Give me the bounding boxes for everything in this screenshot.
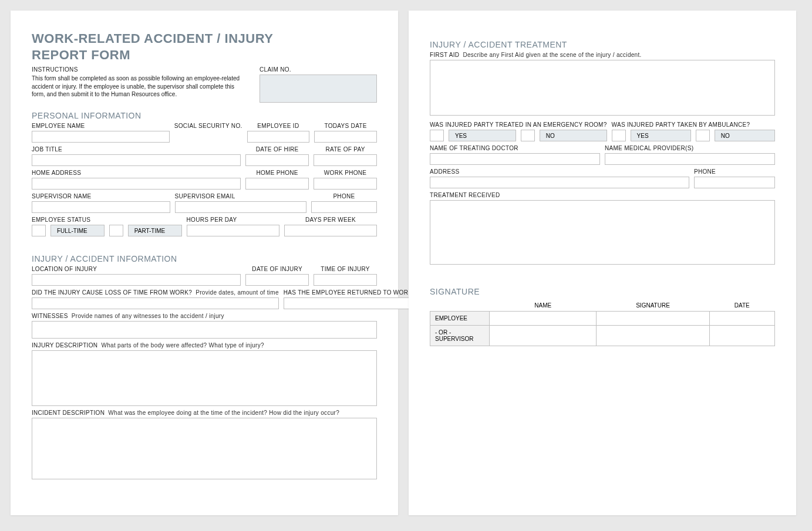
treatment-received-input[interactable] [430,200,775,265]
treatment-received-label: TREATMENT RECEIVED [430,192,775,198]
page-1: WORK-RELATED ACCIDENT / INJURYREPORT FOR… [11,11,398,515]
employee-id-input[interactable] [247,131,310,143]
first-aid-label: FIRST AID Describe any First Aid given a… [430,52,775,58]
rate-of-pay-input[interactable] [314,154,377,166]
employee-name-input[interactable] [32,131,170,143]
hours-per-day-input[interactable] [187,225,279,236]
form-title: WORK-RELATED ACCIDENT / INJURYREPORT FOR… [32,31,377,63]
instructions-label: INSTRUCTIONS [32,66,248,73]
part-time-label: PART-TIME [128,225,182,236]
sig-employee-name[interactable] [490,312,597,326]
section-injury-info: INJURY / ACCIDENT INFORMATION [32,254,377,263]
date-of-injury-label: DATE OF INJURY [245,266,309,272]
supervisor-phone-input[interactable] [311,201,377,213]
sig-col-name: NAME [490,299,597,312]
supervisor-email-label: SUPERVISOR EMAIL [175,193,306,199]
sig-supervisor-date[interactable] [709,326,774,346]
todays-date-label: TODAYS DATE [314,123,377,129]
work-phone-input[interactable] [314,178,377,190]
full-time-checkbox[interactable] [32,225,46,236]
sig-row-employee-label: EMPLOYEE [430,312,490,326]
amb-no-label: NO [715,130,775,141]
sig-col-signature: SIGNATURE [597,299,709,312]
days-per-week-label: DAYS PER WEEK [284,217,377,223]
todays-date-input[interactable] [314,131,377,143]
section-personal: PERSONAL INFORMATION [32,111,377,120]
claim-no-label: CLAIM NO. [260,66,377,73]
sig-row-supervisor-label: - OR - SUPERVISOR [430,326,490,346]
instructions-text: This form shall be completed as soon as … [32,75,243,99]
claim-no-input[interactable] [260,75,377,103]
time-of-injury-input[interactable] [314,274,377,286]
hours-per-day-label: HOURS PER DAY [187,217,279,223]
location-of-injury-input[interactable] [32,274,241,286]
injury-desc-label: INJURY DESCRIPTION What parts of the bod… [32,342,377,349]
er-no-checkbox[interactable] [521,130,535,141]
supervisor-email-input[interactable] [175,201,306,213]
amb-yes-checkbox[interactable] [612,130,626,141]
provider-phone-label: PHONE [694,168,775,175]
incident-desc-label: INCIDENT DESCRIPTION What was the employ… [32,410,377,416]
employee-status-label: EMPLOYEE STATUS [32,217,182,223]
witnesses-input[interactable] [32,321,377,339]
section-signature: SIGNATURE [430,287,775,296]
sig-supervisor-signature[interactable] [597,326,709,346]
er-no-label: NO [540,130,607,141]
er-question-label: WAS INJURED PARTY TREATED IN AN EMERGENC… [430,121,607,128]
job-title-input[interactable] [32,154,241,166]
date-of-hire-label: DATE OF HIRE [245,146,309,153]
loss-of-time-input[interactable] [32,297,279,309]
supervisor-name-label: SUPERVISOR NAME [32,193,170,199]
section-treatment: INJURY / ACCIDENT TREATMENT [430,40,775,49]
treating-doctor-input[interactable] [430,153,600,165]
amb-no-checkbox[interactable] [696,130,710,141]
provider-address-input[interactable] [430,177,689,188]
rate-of-pay-label: RATE OF PAY [314,146,377,153]
returned-to-work-label: HAS THE EMPLOYEE RETURNED TO WORK? [284,289,416,296]
full-time-label: FULL-TIME [50,225,105,236]
days-per-week-input[interactable] [284,225,377,236]
sig-employee-signature[interactable] [597,312,709,326]
provider-address-label: ADDRESS [430,168,689,175]
home-address-label: HOME ADDRESS [32,170,241,176]
er-yes-label: YES [449,130,516,141]
amb-yes-label: YES [631,130,691,141]
witnesses-label: WITNESSES Provide names of any witnesses… [32,313,377,319]
incident-desc-input[interactable] [32,418,377,479]
sig-supervisor-name[interactable] [490,326,597,346]
location-of-injury-label: LOCATION OF INJURY [32,266,241,272]
first-aid-input[interactable] [430,60,775,116]
date-of-injury-input[interactable] [245,274,309,286]
loss-of-time-label: DID THE INJURY CAUSE LOSS OF TIME FROM W… [32,289,279,296]
signature-table: NAME SIGNATURE DATE EMPLOYEE - OR - SUPE… [430,299,775,346]
supervisor-phone-label: PHONE [311,193,377,199]
injury-desc-input[interactable] [32,350,377,406]
supervisor-name-input[interactable] [32,201,170,213]
sig-employee-date[interactable] [709,312,774,326]
date-of-hire-input[interactable] [245,154,309,166]
employee-id-label: EMPLOYEE ID [247,123,310,129]
home-address-input[interactable] [32,178,241,190]
treating-doctor-label: NAME OF TREATING DOCTOR [430,145,600,151]
home-phone-label: HOME PHONE [245,170,309,176]
employee-name-label: EMPLOYEE NAME [32,123,170,129]
sig-col-date: DATE [709,299,774,312]
medical-provider-label: NAME MEDICAL PROVIDER(S) [605,145,775,151]
returned-to-work-input[interactable] [284,297,416,309]
ssn-label: SOCIAL SECURITY NO. [174,123,242,129]
er-yes-checkbox[interactable] [430,130,444,141]
part-time-checkbox[interactable] [109,225,123,236]
work-phone-label: WORK PHONE [314,170,377,176]
home-phone-input[interactable] [245,178,309,190]
provider-phone-input[interactable] [694,177,775,188]
ambulance-question-label: WAS INJURED PARTY TAKEN BY AMBULANCE? [612,121,775,128]
time-of-injury-label: TIME OF INJURY [314,266,377,272]
medical-provider-input[interactable] [605,153,775,165]
page-2: INJURY / ACCIDENT TREATMENT FIRST AID De… [409,11,796,515]
job-title-label: JOB TITLE [32,146,241,153]
